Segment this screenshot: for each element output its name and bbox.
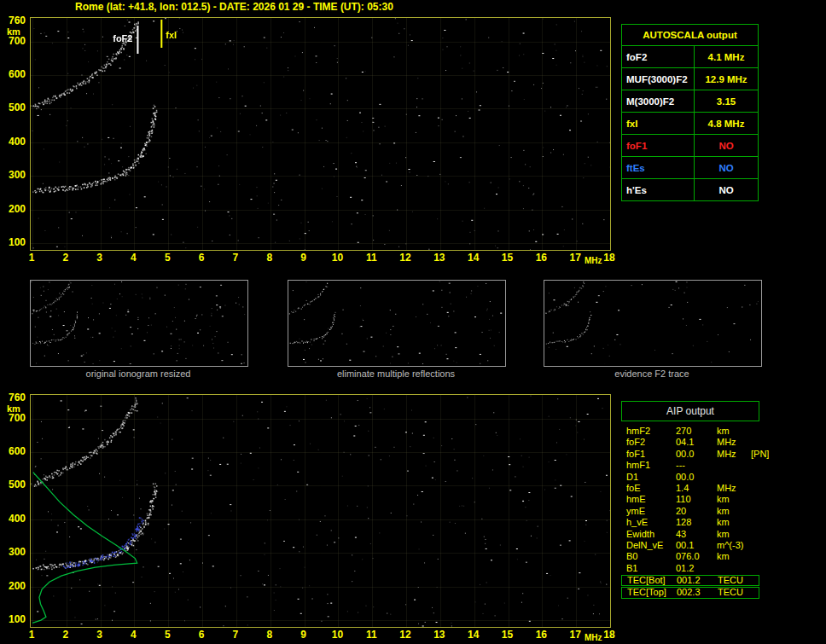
aip-param-value: 110 <box>676 494 710 505</box>
top-ionogram-x-tick-label: 1 <box>22 252 41 263</box>
autoscala-param-value: NO <box>695 157 759 179</box>
aip-param-label: B1 <box>626 563 676 574</box>
bottom-ionogram-y-axis-unit: km <box>7 404 20 414</box>
top-ionogram-x-tick-label: 10 <box>328 252 346 263</box>
aip-param-label: foF2 <box>626 437 676 448</box>
autoscala-row: foF1NO <box>622 135 759 157</box>
aip-row: B0076.0km <box>621 551 759 562</box>
aip-row: B101.2 <box>621 563 759 574</box>
top-ionogram-y-tick-label: 760 <box>2 15 26 26</box>
autoscala-output-table: AUTOSCALA output foF24.1 MHzMUF(3000)F21… <box>621 24 759 201</box>
aip-param-unit: km <box>717 529 749 540</box>
aip-param-value: 00.0 <box>676 449 710 460</box>
thumbnail-caption-evidence: evidence F2 trace <box>544 368 760 379</box>
aip-param-label: B0 <box>626 551 676 562</box>
bottom-ionogram-y-tick-label: 100 <box>2 614 26 624</box>
top-ionogram-x-tick-label: 18 <box>600 252 619 263</box>
aip-param-value: 01.2 <box>676 563 710 574</box>
aip-param-unit: km <box>717 426 749 437</box>
station-date-header: Rome (lat: +41.8, lon: 012.5) - DATE: 20… <box>75 1 393 13</box>
top-ionogram-x-tick-label: 7 <box>226 252 245 263</box>
top-ionogram-y-tick-label: 500 <box>2 102 26 113</box>
top-ionogram-x-tick-label: 17 <box>566 252 585 263</box>
bottom-ionogram-x-axis-unit: MHz <box>585 633 602 642</box>
aip-param-label: Ewidth <box>626 529 676 540</box>
top-ionogram-x-tick-label: 12 <box>396 252 415 263</box>
aip-row: TEC[Top]002.3TECU <box>621 587 759 598</box>
bottom-ionogram-x-tick-label: 2 <box>56 629 75 640</box>
autoscala-row: h'EsNO <box>622 179 759 201</box>
top-ionogram-x-tick-label: 4 <box>124 252 143 263</box>
bottom-ionogram-y-tick-label: 400 <box>2 513 26 524</box>
aip-param-unit <box>717 563 749 574</box>
aip-row: TEC[Bot]001.2TECU <box>621 575 759 586</box>
bottom-ionogram-x-tick-label: 10 <box>328 629 346 640</box>
top-ionogram-x-axis-unit: MHz <box>585 256 602 265</box>
bottom-ionogram-x-tick-label: 7 <box>226 629 245 640</box>
autoscala-param-value: NO <box>695 135 759 157</box>
top-ionogram-x-tick-label: 11 <box>362 252 381 263</box>
autoscala-param-value: 3.15 <box>695 90 759 113</box>
bottom-ionogram-x-tick-label: 8 <box>260 629 279 640</box>
aip-row: hmF1--- <box>621 460 759 471</box>
aip-row: hmF2270km <box>621 426 759 437</box>
thumbnail-original-ionogram <box>30 280 248 367</box>
aip-param-unit: km <box>717 506 749 517</box>
aip-row: foF204.1MHz <box>621 437 759 448</box>
aip-param-label: h_vE <box>626 517 676 528</box>
aip-param-extra <box>752 576 759 585</box>
aip-param-unit: m^(-3) <box>717 540 749 551</box>
aip-param-extra <box>752 588 759 597</box>
autoscala-row: fxI4.8 MHz <box>622 113 759 135</box>
aip-param-extra <box>751 551 759 562</box>
top-ionogram-x-tick-label: 2 <box>56 252 75 263</box>
ionogram-bottom-canvas <box>31 395 610 627</box>
aip-param-value: 00.0 <box>676 472 710 483</box>
thumbnail-original-canvas <box>31 281 246 364</box>
aip-param-value: 43 <box>676 529 710 540</box>
top-ionogram-y-tick-label: 200 <box>2 204 26 214</box>
aip-rows: hmF2270kmfoF204.1MHzfoF100.0MHz[PN]hmF1-… <box>621 426 759 599</box>
top-ionogram-x-tick-label: 5 <box>158 252 177 263</box>
autoscala-row: ftEsNO <box>622 157 759 179</box>
aip-param-value: 128 <box>676 517 710 528</box>
autoscala-param-label: ftEs <box>622 157 695 179</box>
top-ionogram-x-tick-label: 8 <box>260 252 279 263</box>
bottom-ionogram-x-tick-label: 3 <box>90 629 109 640</box>
bottom-ionogram-x-tick-label: 12 <box>396 629 415 640</box>
aip-param-unit: TECU <box>718 588 750 597</box>
thumbnail-eliminate-multiples <box>288 280 506 367</box>
aip-param-value: 270 <box>676 426 710 437</box>
aip-param-unit <box>717 472 749 483</box>
bottom-ionogram-x-tick-label: 4 <box>124 629 143 640</box>
top-ionogram-x-tick-label: 16 <box>532 252 550 263</box>
aip-param-extra <box>751 529 759 540</box>
aip-param-extra <box>751 540 759 551</box>
aip-row: foE1.4MHz <box>621 483 759 494</box>
autoscala-param-label: foF1 <box>622 135 695 157</box>
aip-param-extra <box>751 460 759 471</box>
aip-param-label: TEC[Top] <box>627 588 677 597</box>
bottom-ionogram-y-tick-label: 200 <box>2 581 26 591</box>
top-ionogram-y-tick-label: 600 <box>2 69 26 79</box>
thumbnail-eliminate-canvas <box>288 281 503 364</box>
bottom-ionogram-y-tick-label: 500 <box>2 479 26 490</box>
aip-param-unit: MHz <box>717 449 749 460</box>
aip-param-value: 00.1 <box>676 540 710 551</box>
bottom-ionogram-x-tick-label: 13 <box>430 629 449 640</box>
aip-param-value: 076.0 <box>676 551 710 562</box>
top-ionogram-x-tick-label: 13 <box>430 252 449 263</box>
aip-row: ymE20km <box>621 506 759 517</box>
autoscala-param-label: foF2 <box>622 46 695 68</box>
autoscala-table-title: AUTOSCALA output <box>622 25 759 46</box>
autoscala-param-label: h'Es <box>622 179 695 201</box>
aip-param-unit: MHz <box>717 483 749 494</box>
top-ionogram-x-tick-label: 9 <box>294 252 313 263</box>
aip-panel-title: AIP output <box>621 401 759 421</box>
autoscala-param-label: M(3000)F2 <box>622 90 695 113</box>
aip-param-label: DelN_vE <box>626 540 676 551</box>
aip-param-label: hmF2 <box>626 426 676 437</box>
bottom-ionogram-x-tick-label: 18 <box>600 629 619 640</box>
top-ionogram-x-tick-label: 6 <box>192 252 211 263</box>
aip-param-extra <box>751 517 759 528</box>
